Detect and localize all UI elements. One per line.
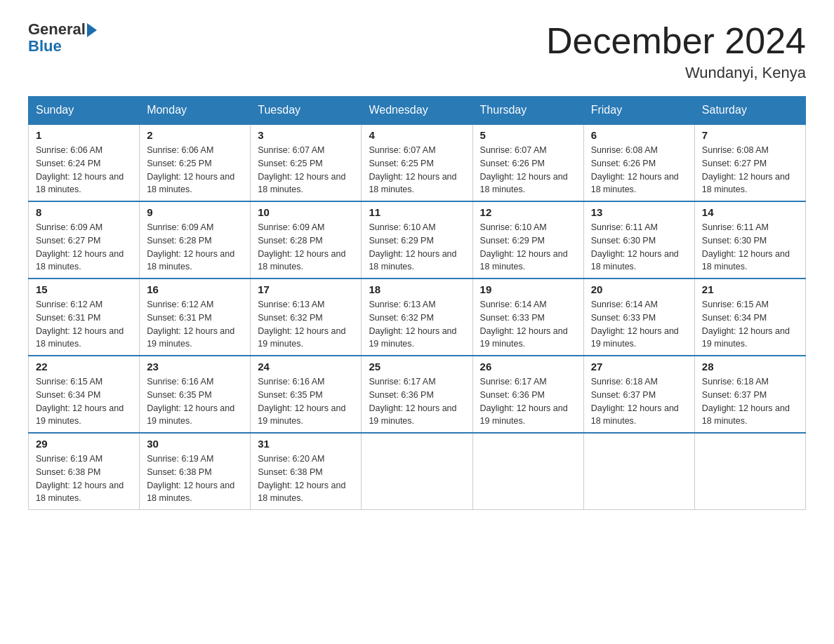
day-info: Sunrise: 6:06 AMSunset: 6:25 PMDaylight:… — [147, 145, 234, 194]
calendar-cell: 22 Sunrise: 6:15 AMSunset: 6:34 PMDaylig… — [29, 356, 140, 433]
calendar-week-row: 8 Sunrise: 6:09 AMSunset: 6:27 PMDayligh… — [29, 201, 806, 279]
day-info: Sunrise: 6:09 AMSunset: 6:28 PMDaylight:… — [258, 222, 345, 271]
day-number: 10 — [258, 206, 354, 218]
day-number: 18 — [369, 283, 465, 295]
day-number: 15 — [36, 283, 132, 295]
day-header-thursday: Thursday — [472, 97, 583, 125]
day-info: Sunrise: 6:09 AMSunset: 6:28 PMDaylight:… — [147, 222, 234, 271]
calendar-cell: 17 Sunrise: 6:13 AMSunset: 6:32 PMDaylig… — [251, 279, 362, 356]
day-number: 9 — [147, 206, 243, 218]
day-info: Sunrise: 6:07 AMSunset: 6:25 PMDaylight:… — [258, 145, 345, 194]
day-info: Sunrise: 6:16 AMSunset: 6:35 PMDaylight:… — [147, 377, 234, 426]
calendar-header-row: SundayMondayTuesdayWednesdayThursdayFrid… — [29, 97, 806, 125]
calendar-cell: 12 Sunrise: 6:10 AMSunset: 6:29 PMDaylig… — [472, 201, 583, 279]
day-number: 26 — [480, 361, 576, 373]
calendar-cell: 7 Sunrise: 6:08 AMSunset: 6:27 PMDayligh… — [694, 124, 805, 201]
calendar-cell: 20 Sunrise: 6:14 AMSunset: 6:33 PMDaylig… — [583, 279, 694, 356]
day-number: 1 — [36, 129, 132, 141]
day-info: Sunrise: 6:11 AMSunset: 6:30 PMDaylight:… — [591, 222, 679, 271]
day-info: Sunrise: 6:12 AMSunset: 6:31 PMDaylight:… — [147, 300, 234, 349]
calendar-week-row: 1 Sunrise: 6:06 AMSunset: 6:24 PMDayligh… — [29, 124, 806, 201]
calendar-week-row: 22 Sunrise: 6:15 AMSunset: 6:34 PMDaylig… — [29, 356, 806, 433]
day-info: Sunrise: 6:19 AMSunset: 6:38 PMDaylight:… — [36, 454, 124, 503]
calendar-cell: 6 Sunrise: 6:08 AMSunset: 6:26 PMDayligh… — [583, 124, 694, 201]
day-info: Sunrise: 6:10 AMSunset: 6:29 PMDaylight:… — [369, 222, 456, 271]
day-number: 22 — [36, 361, 132, 373]
day-number: 11 — [369, 206, 465, 218]
day-info: Sunrise: 6:15 AMSunset: 6:34 PMDaylight:… — [36, 377, 124, 426]
day-header-sunday: Sunday — [29, 97, 140, 125]
calendar-cell: 5 Sunrise: 6:07 AMSunset: 6:26 PMDayligh… — [472, 124, 583, 201]
calendar-cell: 29 Sunrise: 6:19 AMSunset: 6:38 PMDaylig… — [29, 433, 140, 510]
calendar-cell: 28 Sunrise: 6:18 AMSunset: 6:37 PMDaylig… — [694, 356, 805, 433]
day-number: 21 — [702, 283, 798, 295]
logo-general: General — [28, 21, 86, 38]
calendar-cell: 11 Sunrise: 6:10 AMSunset: 6:29 PMDaylig… — [362, 201, 472, 279]
day-header-monday: Monday — [140, 97, 251, 125]
calendar-cell: 3 Sunrise: 6:07 AMSunset: 6:25 PMDayligh… — [251, 124, 362, 201]
title-block: December 2024 Wundanyi, Kenya — [546, 21, 806, 82]
location-subtitle: Wundanyi, Kenya — [546, 64, 806, 82]
calendar-cell: 15 Sunrise: 6:12 AMSunset: 6:31 PMDaylig… — [29, 279, 140, 356]
calendar-cell: 16 Sunrise: 6:12 AMSunset: 6:31 PMDaylig… — [140, 279, 251, 356]
day-info: Sunrise: 6:14 AMSunset: 6:33 PMDaylight:… — [480, 300, 568, 349]
day-number: 3 — [258, 129, 354, 141]
day-number: 19 — [480, 283, 576, 295]
day-info: Sunrise: 6:14 AMSunset: 6:33 PMDaylight:… — [591, 300, 679, 349]
day-info: Sunrise: 6:07 AMSunset: 6:26 PMDaylight:… — [480, 145, 568, 194]
calendar-cell: 30 Sunrise: 6:19 AMSunset: 6:38 PMDaylig… — [140, 433, 251, 510]
day-number: 7 — [702, 129, 798, 141]
calendar-cell: 14 Sunrise: 6:11 AMSunset: 6:30 PMDaylig… — [694, 201, 805, 279]
day-number: 27 — [591, 361, 687, 373]
calendar-cell — [694, 433, 805, 510]
day-info: Sunrise: 6:18 AMSunset: 6:37 PMDaylight:… — [591, 377, 679, 426]
calendar-cell: 31 Sunrise: 6:20 AMSunset: 6:38 PMDaylig… — [251, 433, 362, 510]
day-number: 2 — [147, 129, 243, 141]
day-info: Sunrise: 6:20 AMSunset: 6:38 PMDaylight:… — [258, 454, 345, 503]
day-info: Sunrise: 6:13 AMSunset: 6:32 PMDaylight:… — [369, 300, 456, 349]
logo-blue: Blue — [28, 38, 62, 55]
page-title: December 2024 — [546, 21, 806, 61]
day-info: Sunrise: 6:17 AMSunset: 6:36 PMDaylight:… — [369, 377, 456, 426]
day-number: 24 — [258, 361, 354, 373]
day-number: 13 — [591, 206, 687, 218]
calendar-cell: 21 Sunrise: 6:15 AMSunset: 6:34 PMDaylig… — [694, 279, 805, 356]
day-info: Sunrise: 6:16 AMSunset: 6:35 PMDaylight:… — [258, 377, 345, 426]
calendar-cell: 18 Sunrise: 6:13 AMSunset: 6:32 PMDaylig… — [362, 279, 472, 356]
day-header-friday: Friday — [583, 97, 694, 125]
calendar-cell: 24 Sunrise: 6:16 AMSunset: 6:35 PMDaylig… — [251, 356, 362, 433]
calendar-week-row: 15 Sunrise: 6:12 AMSunset: 6:31 PMDaylig… — [29, 279, 806, 356]
day-number: 28 — [702, 361, 798, 373]
day-number: 6 — [591, 129, 687, 141]
day-number: 17 — [258, 283, 354, 295]
day-info: Sunrise: 6:18 AMSunset: 6:37 PMDaylight:… — [702, 377, 790, 426]
calendar-cell: 25 Sunrise: 6:17 AMSunset: 6:36 PMDaylig… — [362, 356, 472, 433]
day-number: 30 — [147, 438, 243, 450]
day-number: 23 — [147, 361, 243, 373]
calendar-cell — [472, 433, 583, 510]
day-info: Sunrise: 6:07 AMSunset: 6:25 PMDaylight:… — [369, 145, 456, 194]
calendar-cell: 8 Sunrise: 6:09 AMSunset: 6:27 PMDayligh… — [29, 201, 140, 279]
day-number: 14 — [702, 206, 798, 218]
logo: General Blue — [28, 21, 97, 55]
day-number: 4 — [369, 129, 465, 141]
day-info: Sunrise: 6:13 AMSunset: 6:32 PMDaylight:… — [258, 300, 345, 349]
day-info: Sunrise: 6:17 AMSunset: 6:36 PMDaylight:… — [480, 377, 568, 426]
day-info: Sunrise: 6:06 AMSunset: 6:24 PMDaylight:… — [36, 145, 124, 194]
calendar-cell — [583, 433, 694, 510]
calendar-table: SundayMondayTuesdayWednesdayThursdayFrid… — [28, 96, 806, 510]
day-header-tuesday: Tuesday — [251, 97, 362, 125]
calendar-cell: 10 Sunrise: 6:09 AMSunset: 6:28 PMDaylig… — [251, 201, 362, 279]
day-number: 20 — [591, 283, 687, 295]
day-info: Sunrise: 6:19 AMSunset: 6:38 PMDaylight:… — [147, 454, 234, 503]
day-info: Sunrise: 6:09 AMSunset: 6:27 PMDaylight:… — [36, 222, 124, 271]
calendar-cell: 13 Sunrise: 6:11 AMSunset: 6:30 PMDaylig… — [583, 201, 694, 279]
calendar-cell — [362, 433, 472, 510]
day-info: Sunrise: 6:12 AMSunset: 6:31 PMDaylight:… — [36, 300, 124, 349]
calendar-cell: 26 Sunrise: 6:17 AMSunset: 6:36 PMDaylig… — [472, 356, 583, 433]
day-info: Sunrise: 6:10 AMSunset: 6:29 PMDaylight:… — [480, 222, 568, 271]
page-header: General Blue December 2024 Wundanyi, Ken… — [28, 21, 806, 82]
day-number: 5 — [480, 129, 576, 141]
calendar-cell: 27 Sunrise: 6:18 AMSunset: 6:37 PMDaylig… — [583, 356, 694, 433]
calendar-cell: 2 Sunrise: 6:06 AMSunset: 6:25 PMDayligh… — [140, 124, 251, 201]
